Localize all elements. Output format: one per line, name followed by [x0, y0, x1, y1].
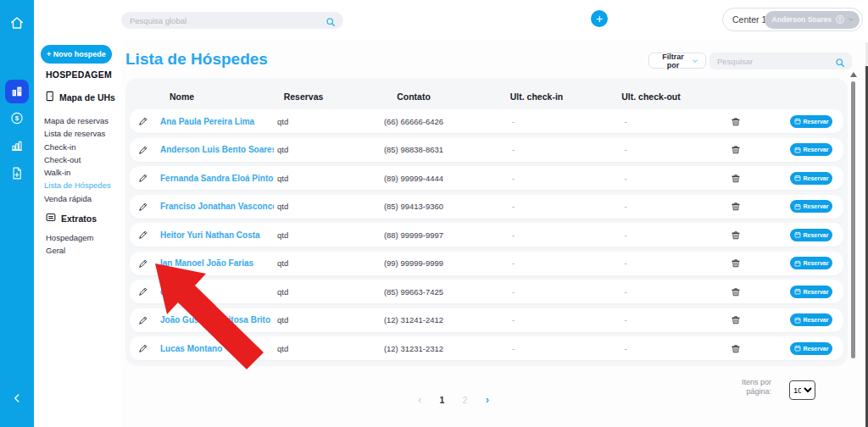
sidebar-item-mapa-de-reservas[interactable]: Mapa de reservas: [44, 114, 111, 127]
reservas-value: qtd: [274, 117, 342, 126]
last-checkin-value: -: [486, 230, 587, 240]
reserve-button[interactable]: Reservar: [790, 342, 832, 355]
pagination-page-2[interactable]: 2: [463, 395, 468, 405]
new-document-icon[interactable]: [10, 166, 25, 180]
pagination-prev-icon[interactable]: ‹: [418, 393, 421, 406]
trash-icon[interactable]: [715, 343, 757, 354]
sidebar-item-hospedagem[interactable]: Hospedagem: [46, 231, 94, 244]
trash-icon[interactable]: [715, 144, 757, 155]
edit-icon[interactable]: [130, 116, 160, 126]
calendar-icon: [794, 231, 801, 238]
edit-icon[interactable]: [130, 315, 160, 325]
list-search-input[interactable]: [717, 53, 827, 69]
new-guest-button[interactable]: + Novo hospede: [41, 45, 112, 64]
contato-value: (85) 99663-7425: [342, 287, 486, 297]
last-checkout-value: -: [587, 344, 715, 353]
reserve-button-label: Reservar: [804, 175, 829, 181]
sidebar-item-label: Mapa de UHs: [59, 92, 115, 103]
add-button[interactable]: +: [591, 10, 608, 27]
guest-name-link[interactable]: Heitor Yuri Nathan Costa: [160, 230, 274, 240]
edit-icon[interactable]: [130, 286, 160, 297]
items-per-page-select[interactable]: 10: [789, 380, 815, 400]
sidebar-item-check-out[interactable]: Check-out: [44, 153, 111, 166]
guest-name-link[interactable]: Franciso Jonathan Vasconcelos: [160, 202, 274, 211]
sidebar-item-mapa-de-uhs[interactable]: Mapa de UHs: [44, 90, 115, 104]
sidebar-menu: Mapa de reservasLista de reservasCheck-i…: [44, 114, 111, 205]
user-menu[interactable]: Anderson Soares: [765, 11, 860, 29]
last-checkin-value: -: [486, 145, 587, 154]
reserve-button[interactable]: Reservar: [790, 200, 832, 213]
sidebar-item-venda-r-pida[interactable]: Venda rápida: [44, 192, 111, 205]
search-icon[interactable]: [835, 56, 845, 71]
svg-text:$: $: [15, 114, 19, 122]
reserve-button-label: Reservar: [804, 147, 829, 152]
edit-icon[interactable]: [130, 343, 160, 353]
finance-icon[interactable]: $: [10, 111, 25, 125]
reserve-button[interactable]: Reservar: [790, 115, 832, 128]
home-icon[interactable]: [9, 15, 25, 30]
table-scrollbar[interactable]: [851, 81, 855, 358]
reserve-button[interactable]: Reservar: [790, 172, 832, 185]
table-row: Franciso Jonathan Vasconcelos qtd (85) 9…: [130, 195, 843, 219]
global-search-input[interactable]: [130, 12, 316, 29]
edit-icon[interactable]: [130, 173, 160, 183]
edit-icon[interactable]: [130, 258, 160, 269]
sidebar-item-lista-de-h-spedes[interactable]: Lista de Hóspedes: [44, 179, 111, 191]
last-checkout-value: -: [587, 230, 715, 240]
reserve-button-label: Reservar: [804, 289, 829, 295]
guest-name-link[interactable]: Lucas Montano: [160, 344, 274, 353]
user-avatar-icon: [835, 14, 845, 25]
search-icon[interactable]: [326, 15, 336, 30]
items-per-page-label: Itens por página:: [721, 378, 771, 396]
calendar-icon: [794, 203, 801, 210]
table-row: Ian Manoel João Farias qtd (99) 99999-99…: [130, 252, 843, 275]
trash-icon[interactable]: [715, 173, 757, 184]
guest-name-link[interactable]: Ian Manoel João Farias: [160, 258, 274, 268]
column-header-contato: Contato: [342, 92, 486, 102]
edit-icon[interactable]: [130, 230, 160, 240]
reports-chart-icon[interactable]: [10, 138, 25, 152]
collapse-sidebar-icon[interactable]: [11, 391, 23, 405]
list-search: [709, 53, 852, 69]
sidebar-item-walk-in[interactable]: Walk-in: [44, 166, 111, 179]
guest-name-link[interactable]: João Gustavo Feitosa Brito: [160, 315, 274, 324]
reserve-button[interactable]: Reservar: [790, 286, 832, 298]
guest-name-link[interactable]: es Taveira: [160, 287, 274, 297]
sidebar-item-geral[interactable]: Geral: [46, 244, 94, 257]
contato-value: (12) 31231-2312: [342, 344, 486, 353]
reserve-button[interactable]: Reservar: [790, 229, 832, 241]
sidebar-item-check-in[interactable]: Check-in: [44, 141, 111, 153]
reserve-button[interactable]: Reservar: [790, 313, 832, 326]
column-header-nome: Nome: [160, 92, 274, 102]
edit-icon[interactable]: [130, 145, 160, 155]
guest-name-link[interactable]: Fernanda Sandra Eloá Pinto: [160, 174, 274, 183]
reserve-button[interactable]: Reservar: [790, 143, 832, 156]
guest-name-link[interactable]: Ana Paula Pereira Lima: [160, 117, 274, 126]
trash-icon[interactable]: [715, 201, 757, 212]
sidebar-item-lista-de-reservas[interactable]: Lista de reservas: [44, 127, 111, 140]
calendar-icon: [794, 317, 801, 324]
pagination-page-1[interactable]: 1: [440, 395, 445, 405]
table-row: Lucas Montano qtd (12) 31231-2312 - - Re…: [130, 336, 843, 360]
center-selector[interactable]: Center 1 Anderson Soares: [722, 8, 863, 31]
trash-icon[interactable]: [715, 116, 757, 127]
pagination: ‹ 1 2 ›: [418, 393, 489, 406]
reserve-button[interactable]: Reservar: [790, 257, 832, 269]
table-rows: Ana Paula Pereira Lima qtd (66) 66666-64…: [125, 109, 848, 360]
trash-icon[interactable]: [715, 286, 757, 297]
hospedagem-module-icon[interactable]: [5, 80, 29, 103]
door-icon: [44, 90, 55, 104]
reserve-button-label: Reservar: [804, 203, 829, 209]
calendar-icon: [794, 260, 801, 267]
trash-icon[interactable]: [715, 230, 757, 241]
edit-icon[interactable]: [130, 202, 160, 212]
trash-icon[interactable]: [715, 314, 757, 325]
guest-name-link[interactable]: Anderson Luis Bento Soares: [160, 145, 274, 154]
pagination-next-icon[interactable]: ›: [486, 393, 489, 406]
filter-by-button[interactable]: Filtrar por: [648, 53, 706, 69]
sidebar-item-extratos[interactable]: Extratos: [45, 212, 97, 225]
calendar-icon: [794, 118, 801, 125]
reservas-value: qtd: [274, 287, 342, 297]
table-scrollbar-up-arrow[interactable]: [850, 72, 857, 77]
trash-icon[interactable]: [715, 258, 757, 269]
